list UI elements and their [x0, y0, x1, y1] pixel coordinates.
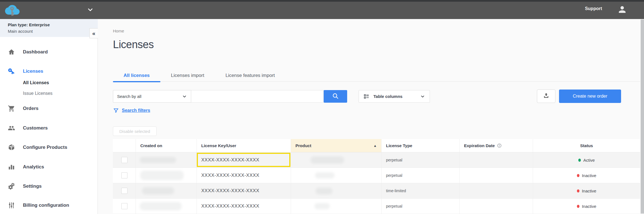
- tab-label: All licenses: [124, 73, 150, 78]
- controls-row: Search by all Table columns: [98, 90, 644, 103]
- sidebar-item-all-licenses[interactable]: All Licenses: [0, 77, 98, 88]
- page-title: Licenses: [113, 39, 154, 51]
- disable-selected-button[interactable]: Disable selected: [113, 126, 157, 136]
- tab-licenses-import[interactable]: Licenses import: [160, 69, 215, 82]
- tab-license-features-import[interactable]: License features import: [215, 69, 286, 82]
- tabs-bar: All licenses Licenses import License fea…: [113, 69, 640, 82]
- info-icon[interactable]: [497, 143, 502, 148]
- search-filters-link[interactable]: Search filters: [113, 107, 150, 114]
- sidebar-item-configure-products[interactable]: Configure Products: [0, 142, 98, 153]
- row-checkbox[interactable]: [121, 172, 127, 178]
- created-on-cell-redacted: [136, 168, 197, 183]
- table-columns-select[interactable]: Table columns: [359, 90, 430, 103]
- sidebar: Plan type: Enterprise Main account « Das…: [0, 19, 98, 214]
- status-badge: Inactive: [582, 189, 596, 193]
- tab-all-licenses[interactable]: All licenses: [113, 69, 160, 82]
- sidebar-item-settings[interactable]: Settings: [0, 181, 98, 192]
- header-status[interactable]: Status: [533, 139, 640, 152]
- list-columns-icon: [363, 93, 370, 100]
- status-dot-icon: [577, 174, 579, 177]
- row-checkbox[interactable]: [121, 203, 127, 209]
- status-dot-icon: [577, 205, 579, 208]
- sidebar-item-label: All Licenses: [23, 80, 49, 85]
- status-cell: Inactive: [533, 168, 640, 183]
- org-switcher-chevron-down-icon[interactable]: [87, 6, 94, 13]
- expiration-cell: [460, 199, 533, 214]
- license-type-cell: time-limited: [382, 183, 460, 198]
- licenses-table: Created on License Key/User Product ▲ Li…: [113, 139, 640, 214]
- sidebar-item-licenses[interactable]: Licenses: [0, 66, 98, 77]
- collapse-chevrons-icon: «: [92, 30, 95, 37]
- status-cell: Inactive: [533, 199, 640, 214]
- status-cell: Active: [533, 152, 640, 168]
- product-cell-redacted: [291, 152, 382, 168]
- header-created-on[interactable]: Created on: [136, 139, 197, 152]
- filter-funnel-icon: [113, 107, 119, 114]
- scrollbar-thumb[interactable]: [641, 20, 644, 213]
- header-license-key-user[interactable]: License Key/User: [197, 139, 291, 152]
- export-upload-button[interactable]: [537, 90, 555, 103]
- license-key-cell: XXXX-XXXX-XXXX-XXXX: [197, 152, 291, 168]
- sliders-icon: [8, 202, 15, 209]
- status-cell: Inactive: [533, 183, 640, 198]
- breadcrumb[interactable]: Home: [113, 29, 124, 33]
- cloud-key-logo-icon[interactable]: [5, 3, 20, 16]
- search-input[interactable]: [191, 90, 324, 103]
- sidebar-item-label: Dashboard: [23, 49, 48, 55]
- create-new-order-button[interactable]: Create new order: [559, 90, 621, 103]
- key-icon: [8, 68, 15, 75]
- main-content: Home Licenses All licenses Licenses impo…: [98, 19, 644, 214]
- status-badge: Inactive: [582, 173, 596, 178]
- search-by-value: Search by all: [117, 94, 141, 99]
- header-license-type[interactable]: License Type: [382, 139, 460, 152]
- license-type-cell: perpetual: [382, 199, 460, 214]
- expiration-cell: [460, 152, 533, 168]
- license-key-cell: XXXX-XXXX-XXXX-XXXX: [197, 199, 291, 214]
- status-dot-icon: [578, 159, 581, 162]
- sidebar-item-label: Settings: [23, 184, 42, 189]
- sidebar-item-dashboard[interactable]: Dashboard: [0, 46, 98, 58]
- top-bar: Support: [0, 0, 644, 19]
- bar-chart-icon: [8, 163, 15, 171]
- account-name-label: Main account: [8, 28, 98, 35]
- sidebar-item-label: Orders: [23, 106, 39, 111]
- search-filters-label: Search filters: [122, 108, 150, 113]
- table-row[interactable]: XXXX-XXXX-XXXX-XXXX perpetual Active: [113, 152, 640, 168]
- sidebar-item-label: Billing configuration: [23, 203, 69, 208]
- expiration-cell: [460, 183, 533, 198]
- search-by-select[interactable]: Search by all: [113, 90, 191, 103]
- sort-ascending-icon: ▲: [373, 144, 377, 148]
- gears-icon: [8, 183, 15, 190]
- sidebar-item-customers[interactable]: Customers: [0, 123, 98, 134]
- sidebar-item-billing-configuration[interactable]: Billing configuration: [0, 200, 98, 211]
- status-dot-icon: [577, 189, 579, 192]
- table-header-row: Created on License Key/User Product ▲ Li…: [113, 139, 640, 152]
- row-checkbox[interactable]: [121, 188, 127, 194]
- sidebar-collapse-button[interactable]: «: [89, 28, 98, 38]
- row-checkbox[interactable]: [121, 157, 127, 163]
- license-type-cell: perpetual: [382, 168, 460, 183]
- cart-icon: [8, 105, 15, 112]
- tab-label: Licenses import: [171, 73, 204, 78]
- header-product-sorted[interactable]: Product ▲: [291, 139, 382, 152]
- search-button[interactable]: [324, 90, 347, 103]
- sidebar-item-issue-licenses[interactable]: Issue Licenses: [0, 88, 98, 99]
- table-row[interactable]: XXXX-XXXX-XXXX-XXXX time-limited Inactiv…: [113, 183, 640, 199]
- sidebar-item-analytics[interactable]: Analytics: [0, 161, 98, 173]
- license-key-cell: XXXX-XXXX-XXXX-XXXX: [197, 183, 291, 198]
- table-row[interactable]: XXXX-XXXX-XXXX-XXXX perpetual Inactive: [113, 199, 640, 214]
- package-icon: [8, 144, 15, 151]
- plan-type-label: Plan type: Enterprise: [8, 22, 98, 28]
- support-link[interactable]: Support: [585, 6, 602, 11]
- sidebar-account-header: Plan type: Enterprise Main account: [0, 19, 98, 37]
- window-top-strip: [0, 0, 644, 2]
- table-row[interactable]: XXXX-XXXX-XXXX-XXXX perpetual Inactive: [113, 168, 640, 183]
- status-badge: Inactive: [582, 204, 596, 209]
- header-expiration-date[interactable]: Expiration Date: [460, 139, 533, 152]
- chevron-down-icon: [182, 94, 187, 99]
- table-columns-value: Table columns: [373, 94, 402, 99]
- sidebar-item-label: Analytics: [23, 164, 44, 170]
- user-account-icon[interactable]: [617, 4, 627, 15]
- search-icon: [332, 92, 339, 100]
- sidebar-item-orders[interactable]: Orders: [0, 103, 98, 114]
